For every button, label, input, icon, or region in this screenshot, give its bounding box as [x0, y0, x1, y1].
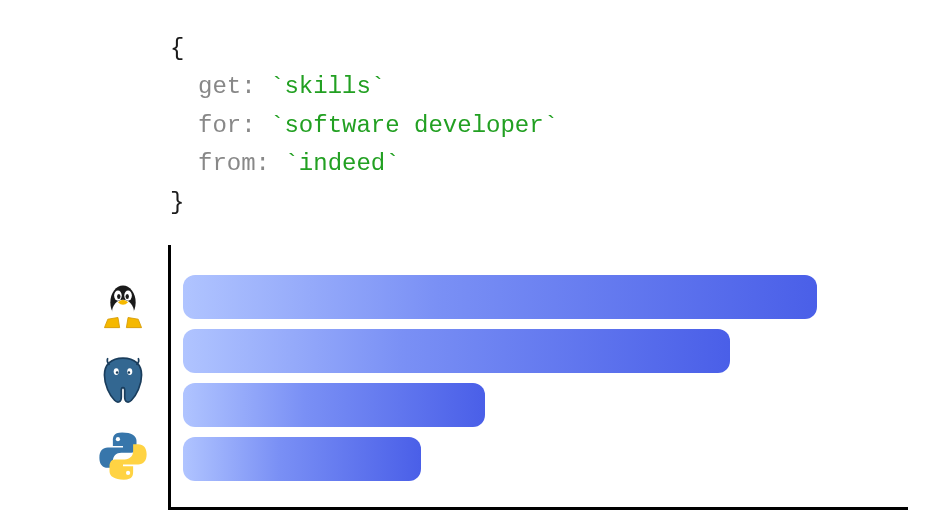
svg-point-9 [128, 371, 131, 374]
code-value-skills: `skills` [270, 73, 385, 100]
code-line-for: for: `software developer` [170, 107, 558, 145]
bar-postgresql [183, 329, 730, 373]
code-line-from: from: `indeed` [170, 145, 558, 183]
bar-linux [183, 275, 817, 319]
linux-icon [94, 275, 152, 333]
bar-chart [88, 245, 908, 515]
svg-point-10 [116, 437, 120, 441]
code-key-for: for: [198, 112, 270, 139]
code-key-from: from: [198, 150, 284, 177]
svg-point-8 [116, 371, 119, 374]
postgresql-icon [94, 351, 152, 409]
code-value-role: `software developer` [270, 112, 558, 139]
svg-point-11 [126, 471, 130, 475]
code-line-get: get: `skills` [170, 68, 558, 106]
bar-python [183, 437, 421, 481]
bar-skill-3 [183, 383, 485, 427]
query-code-block: { get: `skills` for: `software developer… [170, 30, 558, 222]
code-key-get: get: [198, 73, 270, 100]
brace-close: } [170, 184, 558, 222]
chart-icon-labels [88, 275, 158, 485]
svg-point-5 [126, 294, 129, 299]
chart-bars [183, 275, 817, 481]
code-value-source: `indeed` [284, 150, 399, 177]
brace-open: { [170, 30, 558, 68]
python-icon [94, 427, 152, 485]
svg-point-4 [117, 294, 120, 299]
